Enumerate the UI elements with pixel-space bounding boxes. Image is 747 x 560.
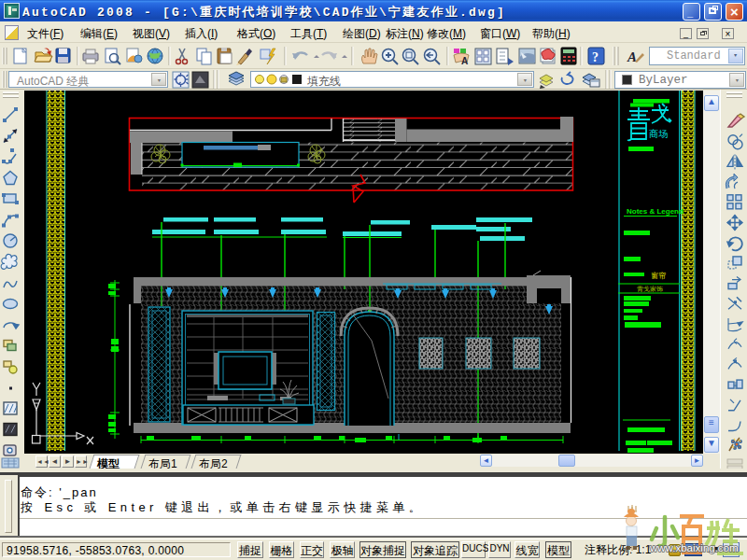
svg-text:Notes & Legend: Notes & Legend [627,207,684,216]
svg-text:商场: 商场 [649,129,668,139]
svg-text:青戈家饰: 青戈家饰 [637,286,663,293]
svg-text:A: A [461,56,468,66]
svg-text:窗帘: 窗帘 [651,272,666,280]
svg-text:A: A [627,49,637,64]
svg-text:www.xbaixing.com: www.xbaixing.com [649,542,739,553]
svg-text:?: ? [592,50,599,64]
